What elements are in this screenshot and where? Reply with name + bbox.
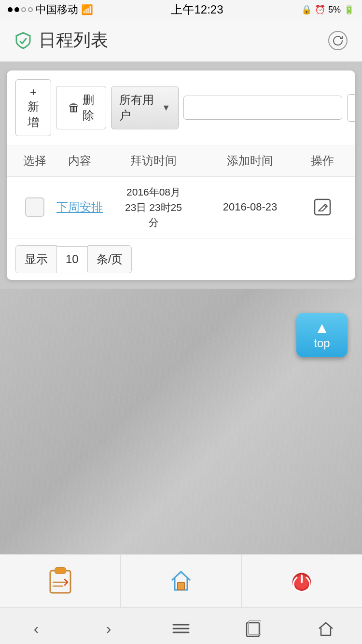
row-checkbox[interactable] (25, 197, 44, 217)
chevron-down-icon: ▼ (162, 103, 170, 113)
status-time: 上午12:23 (171, 2, 223, 17)
signal-dot-3 (21, 7, 26, 12)
up-arrow-icon: ▲ (314, 320, 330, 336)
show-label: 显示 (15, 245, 57, 273)
nav-forward-button[interactable]: › (72, 608, 145, 644)
edit-icon (312, 196, 333, 218)
col-header-action: 操作 (298, 153, 347, 168)
col-header-visit-time: 拜访时间 (105, 153, 202, 168)
pagination: 显示 10 条/页 (7, 238, 355, 280)
nav-window-button[interactable] (217, 608, 290, 644)
table-header: 选择 内容 拜访时间 添加时间 操作 (7, 145, 355, 177)
battery-icon: 🔋 (344, 4, 354, 15)
carrier-text: 中国移动 (36, 2, 78, 17)
cell-content: 下周安排 (54, 199, 105, 215)
background-area: ▲ top (0, 289, 362, 554)
main-card: + 新增 🗑 删除 所有用户 ▼ 🔍 选择 内容 拜访时间 添加时间 操作 下周… (7, 70, 355, 280)
col-header-add-time: 添加时间 (202, 153, 298, 168)
signal-dot-4 (28, 7, 33, 12)
table-row: 下周安排 2016年08月 23日 23时25 分 2016-08-23 (7, 177, 355, 238)
refresh-button[interactable] (328, 31, 348, 50)
forward-icon: › (106, 620, 111, 638)
home-outline-icon (317, 620, 334, 637)
visit-time-text3: 分 (149, 215, 159, 230)
col-header-content: 内容 (54, 153, 105, 168)
cell-visit-time: 2016年08月 23日 23时25 分 (105, 184, 202, 230)
system-nav-bar: ‹ › (0, 607, 362, 644)
cell-select (15, 197, 54, 217)
status-right: 🔒 ⏰ 5% 🔋 (301, 4, 354, 15)
signal-dots (8, 7, 33, 12)
nav-home-button[interactable] (290, 608, 362, 644)
menu-icon (172, 622, 190, 635)
clipboard-icon (46, 566, 74, 596)
home-icon (167, 567, 195, 595)
user-filter-dropdown[interactable]: 所有用户 ▼ (111, 86, 179, 129)
shield-logo-icon (14, 32, 32, 49)
status-bar: 中国移动 📶 上午12:23 🔒 ⏰ 5% 🔋 (0, 0, 362, 19)
svg-rect-4 (178, 582, 184, 590)
cell-add-time: 2016-08-23 (202, 201, 298, 213)
top-label: top (314, 336, 330, 350)
nav-title-container: 日程列表 (14, 28, 108, 52)
cell-action (298, 194, 347, 220)
add-button[interactable]: + 新增 (15, 79, 51, 136)
battery-text: 5% (328, 5, 341, 15)
scroll-to-top-button[interactable]: ▲ top (296, 313, 348, 357)
lock-icon: 🔒 (301, 4, 312, 15)
tab-clipboard[interactable] (0, 555, 121, 607)
visit-time-text2: 23日 23时25 (125, 200, 182, 215)
tab-power[interactable] (242, 555, 362, 607)
nav-back-button[interactable]: ‹ (0, 608, 72, 644)
nav-menu-button[interactable] (145, 608, 217, 644)
toolbar: + 新增 🗑 删除 所有用户 ▼ 🔍 (7, 70, 355, 145)
power-icon (288, 567, 316, 595)
filter-label: 所有用户 (119, 92, 158, 123)
svg-rect-3 (55, 568, 66, 574)
nav-bar: 日程列表 (0, 19, 362, 62)
per-page-unit: 条/页 (88, 245, 132, 273)
trash-icon: 🗑 (68, 101, 80, 114)
page-title: 日程列表 (39, 28, 108, 52)
wifi-icon: 📶 (81, 4, 93, 15)
back-icon: ‹ (34, 620, 39, 638)
alarm-icon: ⏰ (315, 4, 325, 15)
signal-dot-1 (8, 7, 13, 12)
visit-time-text: 2016年08月 (126, 184, 181, 200)
signal-dot-2 (14, 7, 19, 12)
status-left: 中国移动 📶 (8, 2, 93, 17)
window-icon (246, 620, 261, 637)
tab-bar (0, 554, 362, 607)
content-link[interactable]: 下周安排 (56, 199, 103, 215)
delete-button[interactable]: 🗑 删除 (56, 86, 106, 129)
col-header-select: 选择 (15, 153, 54, 168)
search-button[interactable]: 🔍 (347, 94, 355, 122)
search-input[interactable] (183, 96, 342, 120)
edit-button[interactable] (309, 194, 335, 220)
per-page-input[interactable]: 10 (57, 246, 88, 272)
delete-label: 删除 (83, 92, 94, 123)
tab-home[interactable] (121, 555, 241, 607)
